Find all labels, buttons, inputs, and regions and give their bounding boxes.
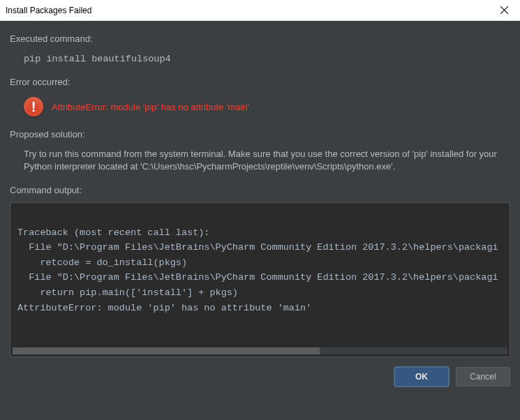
executed-command-label: Executed command: [10,33,510,44]
close-icon [500,4,508,17]
cancel-button[interactable]: Cancel [456,367,510,387]
window-title: Install Packages Failed [6,6,91,15]
error-icon: ! [24,97,43,117]
command-output-label: Command output: [10,185,510,195]
proposed-solution-label: Proposed solution: [10,129,510,140]
command-output-box: Traceback (most recent call last): File … [10,202,510,357]
error-message: AttributeError: module 'pip' has no attr… [52,102,249,112]
horizontal-scrollbar-thumb[interactable] [13,347,320,354]
dialog-content: Executed command: pip install beautifuls… [0,21,520,357]
titlebar: Install Packages Failed [0,0,520,21]
command-output-text: Traceback (most recent call last): File … [17,210,503,315]
proposed-solution-text: Try to run this command from the system … [10,147,510,181]
close-button[interactable] [489,0,520,21]
horizontal-scrollbar[interactable] [13,347,507,354]
executed-command-value: pip install beautifulsoup4 [10,51,510,73]
error-occurred-label: Error occurred: [10,77,510,87]
ok-button[interactable]: OK [394,367,449,387]
button-row: OK Cancel [0,357,520,396]
error-row: ! AttributeError: module 'pip' has no at… [10,94,510,125]
